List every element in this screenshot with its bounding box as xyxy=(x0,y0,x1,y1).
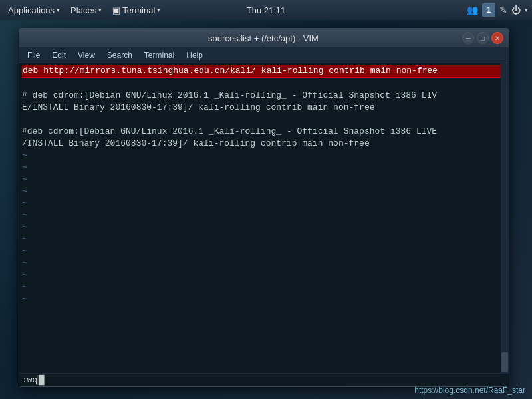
vim-tilde-1: ~ xyxy=(22,150,506,162)
close-button[interactable]: ✕ xyxy=(491,32,503,44)
clock: Thu 21:11 xyxy=(247,5,286,15)
menu-bar: File Edit View Search Terminal Help xyxy=(19,47,509,63)
taskbar-left: Applications ▾ Places ▾ ▣ Terminal ▾ xyxy=(4,4,164,17)
workspace-badge[interactable]: 1 xyxy=(482,3,495,17)
places-menu[interactable]: Places ▾ xyxy=(66,4,106,17)
menu-terminal[interactable]: Terminal xyxy=(139,49,180,61)
power-icon[interactable]: ⏻ xyxy=(511,5,521,15)
vim-line-2 xyxy=(22,78,506,90)
power-chevron[interactable]: ▾ xyxy=(525,7,528,13)
window-controls: ─ □ ✕ xyxy=(462,32,503,44)
terminal-chevron: ▾ xyxy=(157,7,160,13)
menu-view[interactable]: View xyxy=(72,49,100,61)
url-bar: https://blog.csdn.net/RaaF_star xyxy=(414,386,525,395)
applications-label: Applications xyxy=(8,5,55,15)
terminal-menu[interactable]: ▣ Terminal ▾ xyxy=(108,4,164,17)
applications-chevron: ▾ xyxy=(57,7,60,13)
places-label: Places xyxy=(70,5,96,15)
vim-tilde-8: ~ xyxy=(22,233,506,245)
taskbar: Applications ▾ Places ▾ ▣ Terminal ▾ Thu… xyxy=(0,0,532,20)
window-titlebar: sources.list + (/etc/apt) - VIM ─ □ ✕ xyxy=(19,29,509,47)
people-icon: 👥 xyxy=(467,5,478,15)
vim-status-bar: :wq █ xyxy=(19,373,509,386)
vim-line-6: #deb cdrom:[Debian GNU/Linux 2016.1 _Kal… xyxy=(22,126,506,138)
menu-edit[interactable]: Edit xyxy=(47,49,71,61)
menu-help[interactable]: Help xyxy=(181,49,208,61)
applications-menu[interactable]: Applications ▾ xyxy=(4,4,64,17)
vim-tilde-6: ~ xyxy=(22,209,506,221)
vim-tilde-4: ~ xyxy=(22,186,506,198)
vim-tilde-2: ~ xyxy=(22,162,506,174)
vim-scrollbar[interactable] xyxy=(501,63,509,373)
vim-tilde-7: ~ xyxy=(22,221,506,233)
taskbar-right: 👥 1 ✎ ⏻ ▾ xyxy=(467,3,528,17)
vim-command[interactable]: :wq xyxy=(22,375,37,385)
menu-search[interactable]: Search xyxy=(102,49,138,61)
vim-line-7: /INSTALL Binary 20160830-17:39]/ kali-ro… xyxy=(22,138,506,150)
vim-tilde-9: ~ xyxy=(22,245,506,257)
vim-line-1: deb http://mirrors.tuna.tsinghua.edu.cn/… xyxy=(22,65,506,78)
vim-line-5 xyxy=(22,114,506,126)
pen-icon: ✎ xyxy=(499,5,507,15)
vim-tilde-3: ~ xyxy=(22,174,506,186)
terminal-label: Terminal xyxy=(122,5,155,15)
vim-tilde-12: ~ xyxy=(22,281,506,293)
menu-file[interactable]: File xyxy=(22,49,45,61)
vim-window: sources.list + (/etc/apt) - VIM ─ □ ✕ Fi… xyxy=(19,28,509,387)
places-chevron: ▾ xyxy=(98,7,102,13)
terminal-icon: ▣ xyxy=(112,5,120,15)
vim-line-4: E/INSTALL Binary 20160830-17:39]/ kali-r… xyxy=(22,102,506,114)
vim-scrollbar-thumb[interactable] xyxy=(501,352,508,372)
vim-content[interactable]: deb http://mirrors.tuna.tsinghua.edu.cn/… xyxy=(19,63,509,373)
vim-tilde-5: ~ xyxy=(22,198,506,209)
vim-tilde-11: ~ xyxy=(22,269,506,281)
maximize-button[interactable]: □ xyxy=(477,32,489,44)
window-title: sources.list + (/etc/apt) - VIM xyxy=(65,33,462,43)
minimize-button[interactable]: ─ xyxy=(462,32,474,44)
vim-line-3: # deb cdrom:[Debian GNU/Linux 2016.1 _Ka… xyxy=(22,90,506,102)
vim-tilde-13: ~ xyxy=(22,293,506,305)
vim-tilde-10: ~ xyxy=(22,257,506,269)
vim-cursor: █ xyxy=(37,375,45,385)
